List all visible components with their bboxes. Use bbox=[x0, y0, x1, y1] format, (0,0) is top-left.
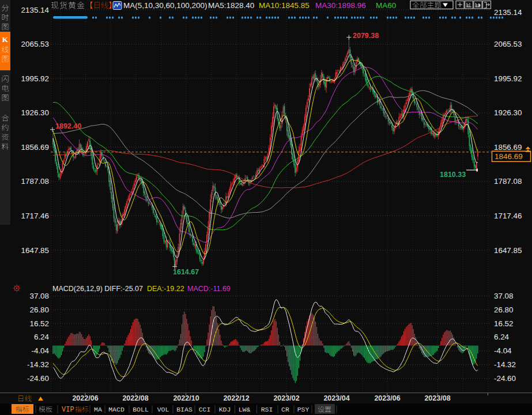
svg-text:VIP: VIP bbox=[62, 406, 74, 414]
svg-text:-4.04: -4.04 bbox=[31, 346, 49, 355]
svg-text:1995.92: 1995.92 bbox=[21, 74, 49, 83]
svg-text:BOLL: BOLL bbox=[133, 406, 149, 413]
svg-text:37.08: 37.08 bbox=[494, 292, 514, 300]
svg-text:6.24: 6.24 bbox=[34, 333, 50, 341]
svg-text:1787.08: 1787.08 bbox=[494, 177, 522, 186]
svg-text:1717.46: 1717.46 bbox=[21, 212, 49, 220]
svg-text:MA5:1828.40: MA5:1828.40 bbox=[208, 1, 254, 10]
svg-text:2135.14: 2135.14 bbox=[494, 8, 522, 17]
svg-text:1787.08: 1787.08 bbox=[21, 177, 49, 186]
svg-text:2135.14: 2135.14 bbox=[21, 6, 50, 14]
svg-text:1995.92: 1995.92 bbox=[494, 74, 522, 83]
svg-text:2023/06: 2023/06 bbox=[374, 394, 400, 402]
svg-text:37.08: 37.08 bbox=[29, 292, 49, 300]
svg-text:KDJ: KDJ bbox=[219, 406, 231, 413]
svg-text:MACD:-11.69: MACD:-11.69 bbox=[187, 285, 231, 293]
svg-text:MA10:1845.85: MA10:1845.85 bbox=[259, 1, 310, 10]
svg-text:2065.53: 2065.53 bbox=[21, 40, 49, 48]
svg-text:6.24: 6.24 bbox=[494, 333, 510, 341]
svg-text:BIAS: BIAS bbox=[176, 406, 193, 413]
svg-text:CCI: CCI bbox=[199, 406, 211, 413]
svg-text:-24.60: -24.60 bbox=[27, 374, 49, 383]
svg-text:DEA:-19.22: DEA:-19.22 bbox=[147, 285, 184, 293]
svg-text:-14.32: -14.32 bbox=[494, 360, 516, 369]
svg-text:2022/10: 2022/10 bbox=[173, 394, 199, 402]
svg-text:VOL: VOL bbox=[157, 406, 169, 413]
svg-text:MACD(26,12,9) DIFF:-25.07: MACD(26,12,9) DIFF:-25.07 bbox=[52, 285, 143, 293]
svg-text:MACD: MACD bbox=[108, 406, 124, 413]
svg-text:1846.69: 1846.69 bbox=[495, 152, 523, 161]
svg-text:16.52: 16.52 bbox=[494, 319, 514, 328]
svg-text:MA: MA bbox=[94, 406, 102, 413]
svg-text:1614.67: 1614.67 bbox=[173, 268, 199, 276]
svg-text:26.80: 26.80 bbox=[29, 305, 49, 314]
svg-text:1856.69: 1856.69 bbox=[494, 143, 522, 152]
svg-text:1856.69: 1856.69 bbox=[21, 143, 49, 152]
svg-text:K: K bbox=[2, 35, 9, 44]
svg-text:CR: CR bbox=[281, 406, 289, 413]
svg-text:1810.33: 1810.33 bbox=[440, 171, 466, 179]
svg-text:-4.04: -4.04 bbox=[494, 346, 512, 355]
svg-text:1892.40: 1892.40 bbox=[55, 122, 81, 130]
svg-text:-14.32: -14.32 bbox=[27, 360, 49, 369]
svg-text:2023/08: 2023/08 bbox=[424, 394, 450, 402]
svg-text:RSI: RSI bbox=[261, 406, 273, 413]
svg-text:1717.46: 1717.46 bbox=[494, 212, 522, 220]
svg-text:1647.85: 1647.85 bbox=[21, 246, 49, 255]
svg-text:16.52: 16.52 bbox=[29, 319, 49, 328]
svg-text:26.80: 26.80 bbox=[494, 305, 514, 314]
svg-text:MA30:1898.96: MA30:1898.96 bbox=[315, 1, 366, 10]
svg-text:2023/02: 2023/02 bbox=[273, 394, 299, 402]
svg-text:2079.38: 2079.38 bbox=[353, 32, 379, 40]
svg-text:2022/08: 2022/08 bbox=[122, 394, 148, 402]
svg-text:2022/06: 2022/06 bbox=[72, 394, 98, 402]
svg-text:-24.60: -24.60 bbox=[494, 374, 516, 383]
svg-text:MA(5,10,30,60,100,200): MA(5,10,30,60,100,200) bbox=[123, 1, 207, 10]
svg-text:1926.30: 1926.30 bbox=[21, 108, 49, 117]
svg-text:MA60: MA60 bbox=[376, 1, 396, 10]
svg-text:PSY: PSY bbox=[297, 406, 310, 413]
svg-text:2023/04: 2023/04 bbox=[323, 394, 349, 402]
svg-text:2065.53: 2065.53 bbox=[494, 40, 522, 48]
svg-text:LW&: LW& bbox=[239, 406, 251, 413]
svg-text:1926.30: 1926.30 bbox=[494, 108, 522, 117]
svg-text:2022/12: 2022/12 bbox=[223, 394, 249, 402]
svg-text:1647.85: 1647.85 bbox=[494, 246, 522, 255]
